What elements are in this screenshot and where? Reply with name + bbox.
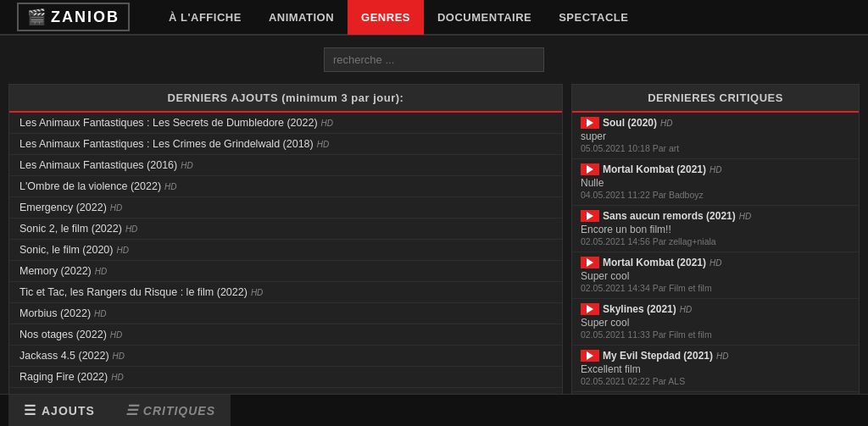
hd-badge: HD	[110, 330, 122, 340]
search-input[interactable]	[324, 47, 544, 72]
hd-badge: HD	[125, 224, 137, 234]
critique-comment: Nulle	[581, 177, 850, 189]
critique-movie-title[interactable]: Mortal Kombat (2021)	[603, 257, 706, 268]
critique-item: Mortal Kombat (2021) HD Super cool 02.05…	[572, 252, 859, 299]
list-item[interactable]: L'Ombre de la violence (2022)HD	[9, 176, 562, 197]
play-icon	[581, 303, 599, 315]
critique-item: My Evil Stepdad (2021) HD Excellent film…	[572, 346, 859, 392]
critique-comment: Encore un bon film!!	[581, 224, 850, 235]
movie-title: Nos otages (2022)	[19, 329, 107, 340]
list-item[interactable]: Les Animaux Fantastiques : Les Crimes de…	[9, 134, 562, 155]
movie-title: Sonic, le film (2020)	[19, 244, 113, 256]
nav-animation[interactable]: ANIMATION	[255, 0, 348, 35]
nav-a-laffiche[interactable]: À L'AFFICHE	[155, 0, 255, 35]
list-item[interactable]: Nos otages (2022)HD	[9, 324, 562, 346]
critique-meta: 02.05.2021 14:56 Par zellag+niala	[581, 236, 850, 246]
header: 🎬 ZANIOB À L'AFFICHE ANIMATION GENRES DO…	[0, 0, 868, 36]
nav: À L'AFFICHE ANIMATION GENRES DOCUMENTAIR…	[155, 0, 642, 35]
hd-badge: HD	[251, 288, 263, 297]
right-panel: DERNIERES CRITIQUES Soul (2020) HD super…	[571, 84, 860, 426]
list-item[interactable]: Tic et Tac, les Rangers du Risque : le f…	[9, 282, 562, 303]
list-item[interactable]: Les Animaux Fantastiques (2016)HD	[9, 155, 562, 176]
play-icon	[581, 350, 599, 362]
hd-badge: HD	[110, 203, 122, 213]
hd-badge: HD	[709, 258, 721, 268]
left-panel-title: DERNIERS AJOUTS (minimum 3 par jour):	[9, 85, 562, 113]
bottom-bar: ☰ AJOUTS ☰ CRITIQUES	[0, 394, 868, 426]
nav-documentaire[interactable]: DOCUMENTAIRE	[424, 0, 545, 35]
hd-badge: HD	[321, 119, 333, 128]
play-icon	[581, 257, 599, 268]
right-panel-title: DERNIERES CRITIQUES	[572, 85, 859, 113]
hd-badge: HD	[716, 351, 728, 361]
list-item[interactable]: Sonic 2, le film (2022)HD	[9, 219, 562, 240]
hd-badge: HD	[95, 267, 107, 276]
hd-badge: HD	[111, 373, 123, 382]
play-icon	[581, 117, 599, 129]
list-item[interactable]: Emergency (2022)HD	[9, 197, 562, 219]
critiques-label: CRITIQUES	[143, 404, 215, 418]
ajouts-icon: ☰	[24, 402, 36, 418]
critique-meta: 02.05.2021 11:33 Par Film et film	[581, 329, 850, 340]
play-icon	[581, 210, 599, 222]
logo-icon: 🎬	[27, 8, 46, 26]
list-item[interactable]: Memory (2022)HD	[9, 261, 562, 282]
list-item[interactable]: Raging Fire (2022)HD	[9, 367, 562, 388]
critique-movie-row: Sans aucun remords (2021) HD	[581, 210, 850, 222]
nav-genres[interactable]: GENRES	[348, 0, 424, 35]
hd-badge: HD	[164, 182, 176, 191]
movie-title: Tic et Tac, les Rangers du Risque : le f…	[19, 286, 248, 298]
nav-spectacle[interactable]: SPECTACLE	[545, 0, 642, 35]
critiques-icon: ☰	[125, 402, 138, 418]
critique-meta: 05.05.2021 10:18 Par art	[581, 143, 850, 153]
logo[interactable]: 🎬 ZANIOB	[17, 3, 130, 31]
list-item[interactable]: Les Animaux Fantastiques : Les Secrets d…	[9, 113, 562, 134]
critique-movie-title[interactable]: Mortal Kombat (2021)	[603, 163, 706, 175]
play-icon	[581, 163, 599, 175]
critique-movie-title[interactable]: Sans aucun remords (2021)	[603, 210, 736, 222]
critique-comment: super	[581, 130, 850, 142]
critique-movie-title[interactable]: My Evil Stepdad (2021)	[603, 350, 713, 362]
ajouts-tab[interactable]: ☰ AJOUTS	[8, 395, 110, 427]
critique-item: Soul (2020) HD super 05.05.2021 10:18 Pa…	[572, 113, 859, 159]
critique-comment: Super cool	[581, 317, 850, 329]
list-item[interactable]: Morbius (2022)HD	[9, 303, 562, 324]
search-bar	[0, 36, 868, 80]
hd-badge: HD	[680, 305, 692, 314]
critique-movie-row: Mortal Kombat (2021) HD	[581, 257, 850, 268]
critiques-tab[interactable]: ☰ CRITIQUES	[110, 395, 231, 427]
movie-title: Les Animaux Fantastiques : Les Crimes de…	[19, 138, 314, 150]
movie-title: Memory (2022)	[19, 265, 92, 277]
left-panel: DERNIERS AJOUTS (minimum 3 par jour): Le…	[8, 84, 563, 426]
critique-comment: Excellent film	[581, 363, 850, 375]
movie-title: Jackass 4.5 (2022)	[19, 350, 109, 362]
main-content: DERNIERS AJOUTS (minimum 3 par jour): Le…	[0, 84, 868, 426]
hd-badge: HD	[94, 309, 106, 318]
hd-badge: HD	[113, 351, 125, 361]
critique-movie-row: My Evil Stepdad (2021) HD	[581, 350, 850, 362]
critique-meta: 02.05.2021 02:22 Par ALS	[581, 376, 850, 386]
critique-item: Mortal Kombat (2021) HD Nulle 04.05.2021…	[572, 159, 859, 206]
critique-movie-row: Skylines (2021) HD	[581, 303, 850, 315]
movie-title: Emergency (2022)	[19, 202, 107, 213]
hd-badge: HD	[739, 212, 751, 221]
critique-comment: Super cool	[581, 270, 850, 282]
critique-movie-title[interactable]: Skylines (2021)	[603, 303, 676, 315]
movie-title: L'Ombre de la violence (2022)	[19, 180, 161, 192]
list-item[interactable]: Sonic, le film (2020)HD	[9, 240, 562, 261]
movie-title: Les Animaux Fantastiques : Les Secrets d…	[19, 117, 318, 129]
critique-list: Soul (2020) HD super 05.05.2021 10:18 Pa…	[572, 113, 859, 416]
hd-badge: HD	[116, 246, 128, 255]
critique-movie-row: Mortal Kombat (2021) HD	[581, 163, 850, 175]
critique-item: Sans aucun remords (2021) HD Encore un b…	[572, 206, 859, 252]
critique-item: Skylines (2021) HD Super cool 02.05.2021…	[572, 299, 859, 346]
critique-movie-title[interactable]: Soul (2020)	[603, 117, 657, 129]
critique-meta: 04.05.2021 11:22 Par Badboyz	[581, 190, 850, 200]
critique-meta: 02.05.2021 14:34 Par Film et film	[581, 283, 850, 293]
movie-title: Morbius (2022)	[19, 307, 91, 319]
ajouts-label: AJOUTS	[42, 404, 95, 418]
hd-badge: HD	[181, 161, 192, 170]
list-item[interactable]: Jackass 4.5 (2022)HD	[9, 346, 562, 367]
movie-list: Les Animaux Fantastiques : Les Secrets d…	[9, 113, 562, 426]
movie-title: Les Animaux Fantastiques (2016)	[19, 159, 177, 171]
